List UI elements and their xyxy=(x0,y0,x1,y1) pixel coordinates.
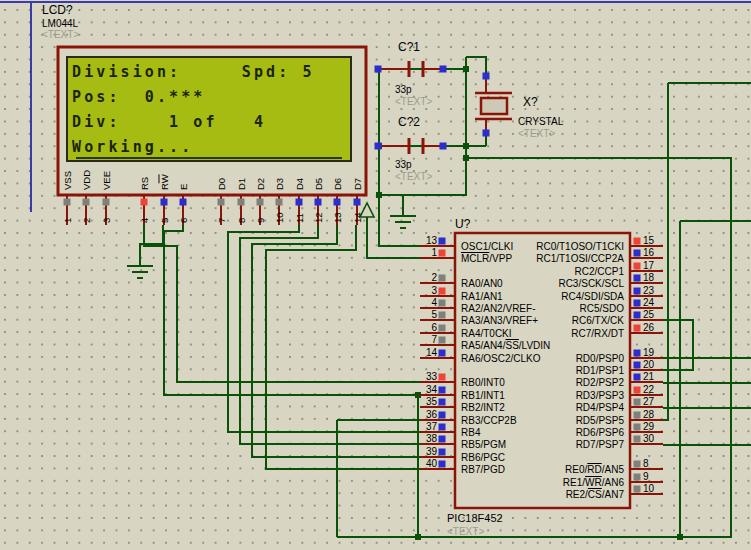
mcu-ref-label[interactable]: U? xyxy=(455,218,470,230)
pin-square[interactable] xyxy=(634,486,641,493)
pin-square[interactable] xyxy=(634,387,641,394)
pin-square[interactable] xyxy=(634,300,641,307)
pin-square[interactable] xyxy=(276,199,283,206)
pin-square[interactable] xyxy=(440,143,447,150)
pin-square[interactable] xyxy=(375,66,382,73)
cap2-text-placeholder[interactable]: <TEXT> xyxy=(395,172,432,182)
mcu-pin-number: 21 xyxy=(643,371,655,382)
pin-square[interactable] xyxy=(634,436,641,443)
junction-dot[interactable] xyxy=(463,143,469,149)
pin-square[interactable] xyxy=(634,275,641,282)
pin-square[interactable] xyxy=(439,312,446,319)
pin-square[interactable] xyxy=(634,399,641,406)
crystal-body[interactable] xyxy=(481,98,507,114)
pin-square[interactable] xyxy=(634,263,641,270)
pin-square[interactable] xyxy=(218,199,225,206)
pin-square[interactable] xyxy=(439,275,446,282)
lcd-pin-number: 4 xyxy=(139,218,150,223)
mcu-pin-name: RE1/WR/AN6 xyxy=(563,477,625,488)
pin-square[interactable] xyxy=(439,374,446,381)
junction-dot[interactable] xyxy=(415,534,421,540)
pin-square[interactable] xyxy=(634,250,641,257)
mcu-pin-number: 5 xyxy=(431,309,437,320)
pin-square[interactable] xyxy=(439,436,446,443)
crystal-part-label[interactable]: CRYSTAL xyxy=(518,117,563,127)
junction-dot[interactable] xyxy=(463,155,469,161)
mcu-text-placeholder[interactable]: <TEXT> xyxy=(447,527,484,537)
mcu-pin-name: RA2/AN2/VREF- xyxy=(461,303,535,314)
pin-square[interactable] xyxy=(483,130,490,137)
junction-dot[interactable] xyxy=(463,66,469,72)
cap2-ref-label[interactable]: C?2 xyxy=(398,116,420,128)
pin-square[interactable] xyxy=(634,374,641,381)
pin-square[interactable] xyxy=(634,238,641,245)
pin-square[interactable] xyxy=(439,300,446,307)
pin-square[interactable] xyxy=(439,288,446,295)
junction-dot[interactable] xyxy=(376,192,382,198)
crystal-text-placeholder[interactable]: <TEXT> xyxy=(518,129,555,139)
pin-square[interactable] xyxy=(439,350,446,357)
mcu-pin-name: RC5/SDO xyxy=(580,303,625,314)
pin-square[interactable] xyxy=(238,199,245,206)
pin-square[interactable] xyxy=(439,449,446,456)
mcu-part-label[interactable]: PIC18F452 xyxy=(447,513,503,524)
pin-square[interactable] xyxy=(634,350,641,357)
cap1-value-label[interactable]: 33p xyxy=(395,85,412,95)
pin-square[interactable] xyxy=(634,474,641,481)
pin-square[interactable] xyxy=(439,238,446,245)
mcu-pin-name: RA4/T0CKI xyxy=(461,328,512,339)
pin-square[interactable] xyxy=(439,325,446,332)
mcu-pin-number: 29 xyxy=(643,421,655,432)
mcu-pin-name: RA1/AN1 xyxy=(461,291,503,302)
mcu-pin-name: RC7/RX/DT xyxy=(571,328,624,339)
wire[interactable] xyxy=(228,225,420,432)
pin-square[interactable] xyxy=(257,199,264,206)
lcd-pin-name: VDD xyxy=(81,170,92,190)
cap1-text-placeholder[interactable]: <TEXT> xyxy=(395,97,432,107)
wire[interactable] xyxy=(367,217,420,258)
pin-square[interactable] xyxy=(483,73,490,80)
pin-square[interactable] xyxy=(83,199,90,206)
lcd-pin-name: RW xyxy=(159,174,170,190)
pin-square[interactable] xyxy=(439,399,446,406)
pin-square[interactable] xyxy=(634,288,641,295)
junction-dot[interactable] xyxy=(677,534,683,540)
lcd-part-label[interactable]: LM044L xyxy=(42,19,78,29)
pin-square[interactable] xyxy=(161,199,168,206)
pin-square[interactable] xyxy=(439,461,446,468)
lcd-screen-line: Working... xyxy=(72,138,193,156)
pin-square[interactable] xyxy=(439,250,446,257)
lcd-ref-label[interactable]: LCD? xyxy=(42,4,73,16)
pin-square[interactable] xyxy=(315,199,322,206)
pin-square[interactable] xyxy=(439,424,446,431)
pin-square[interactable] xyxy=(103,199,110,206)
pin-square[interactable] xyxy=(634,362,641,369)
mcu-pin-name: RD0/PSP0 xyxy=(576,353,625,364)
cap1-ref-label[interactable]: C?1 xyxy=(398,41,420,53)
pin-square[interactable] xyxy=(334,199,341,206)
pin-square[interactable] xyxy=(634,412,641,419)
pin-square[interactable] xyxy=(439,337,446,344)
ground-symbol[interactable] xyxy=(127,266,153,278)
pin-square[interactable] xyxy=(180,199,187,206)
crystal-ref-label[interactable]: X? xyxy=(523,96,538,108)
pin-square[interactable] xyxy=(634,325,641,332)
cap2-value-label[interactable]: 33p xyxy=(395,160,412,170)
pin-square[interactable] xyxy=(634,424,641,431)
pin-square[interactable] xyxy=(439,387,446,394)
mcu-pin-name: RD1/PSP1 xyxy=(576,365,625,376)
pin-square[interactable] xyxy=(439,412,446,419)
pin-square[interactable] xyxy=(440,66,447,73)
pin-square[interactable] xyxy=(354,199,361,206)
pin-square[interactable] xyxy=(296,199,303,206)
pin-square[interactable] xyxy=(375,143,382,150)
lcd-text-placeholder[interactable]: <TEXT> xyxy=(42,30,79,40)
ground-symbol[interactable] xyxy=(390,216,416,228)
pin-square[interactable] xyxy=(141,199,148,206)
wire[interactable] xyxy=(144,225,420,382)
pin-square[interactable] xyxy=(634,312,641,319)
pin-square[interactable] xyxy=(64,199,71,206)
crystal-symbol[interactable] xyxy=(475,76,512,133)
pin-square[interactable] xyxy=(634,461,641,468)
lcd-pin-number: 9 xyxy=(255,218,266,223)
